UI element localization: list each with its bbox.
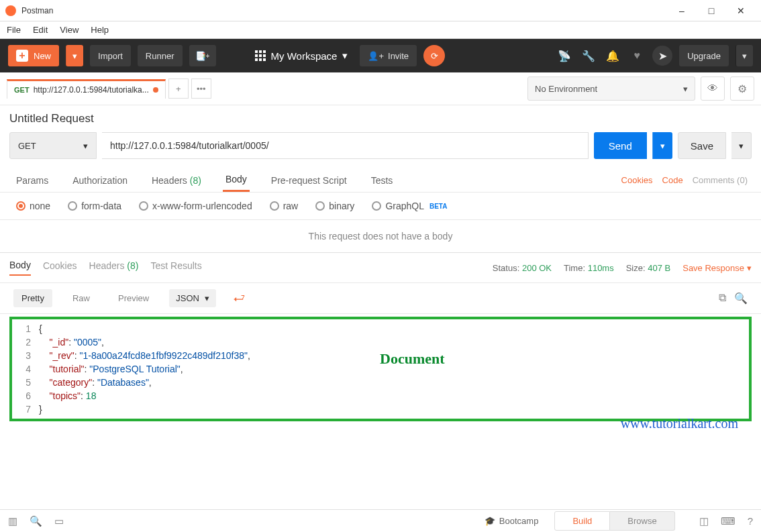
bell-icon[interactable]: 🔔 [604, 47, 621, 64]
save-response-button[interactable]: Save Response ▾ [682, 263, 752, 273]
new-dropdown[interactable]: ▾ [66, 45, 83, 66]
body-graphql-label: GraphQL [385, 201, 424, 211]
rocket-icon[interactable]: ➤ [652, 46, 672, 66]
console-icon[interactable]: ▭ [54, 515, 64, 527]
sidebar-toggle-icon[interactable]: ▥ [8, 515, 17, 527]
body-formdata-radio[interactable]: form-data [68, 201, 121, 211]
satellite-icon[interactable]: 📡 [556, 47, 573, 64]
tab-body[interactable]: Body [223, 168, 250, 192]
status-label: Status: 200 OK [493, 263, 552, 273]
resp-tab-headers[interactable]: Headers (8) [89, 260, 139, 275]
json-code[interactable]: 1{ 2 "_id": "0005", 3 "_rev": "1-8a00a24… [12, 319, 749, 419]
resp-tab-body[interactable]: Body [9, 260, 31, 276]
import-button[interactable]: Import [90, 45, 131, 66]
method-select[interactable]: GET▾ [9, 132, 97, 159]
annotation-document: Document [380, 350, 445, 368]
resp-tab-tests[interactable]: Test Results [150, 260, 201, 275]
view-raw[interactable]: Raw [64, 289, 98, 307]
menu-file[interactable]: File [7, 25, 21, 35]
person-plus-icon: 👤+ [368, 51, 384, 61]
browse-tab[interactable]: Browse [610, 511, 674, 531]
workspace-selector[interactable]: My Workspace ▾ [250, 50, 354, 62]
window-close-button[interactable]: ✕ [726, 1, 756, 21]
env-label: No Environment [535, 84, 597, 94]
sync-button[interactable]: ⟳ [423, 45, 445, 66]
chevron-down-icon: ▾ [83, 141, 88, 151]
tab-menu-button[interactable]: ••• [191, 78, 211, 99]
window-maximize-button[interactable]: □ [697, 1, 726, 21]
window-minimize-button[interactable]: – [667, 1, 697, 21]
tab-env-row: GET http://127.0.0.1:5984/tutorialka... … [0, 72, 761, 105]
body-raw-radio[interactable]: raw [270, 201, 299, 211]
tab-prerequest[interactable]: Pre-request Script [268, 170, 350, 191]
environment-preview-button[interactable]: 👁 [701, 76, 725, 101]
comments-link[interactable]: Comments (0) [693, 175, 748, 185]
menu-edit[interactable]: Edit [33, 25, 48, 35]
body-type-row: none form-data x-www-form-urlencoded raw… [0, 193, 761, 220]
footer-bar: ▥ 🔍 ▭ 🎓Bootcamp Build Browse ◫ ⌨ ? [0, 509, 761, 532]
wrap-lines-button[interactable]: ⮐ [228, 288, 251, 308]
request-name[interactable]: Untitled Request [0, 105, 761, 132]
upgrade-button[interactable]: Upgrade [679, 45, 729, 66]
two-pane-icon[interactable]: ◫ [699, 515, 709, 527]
environment-settings-button[interactable]: ⚙ [730, 76, 754, 101]
save-button[interactable]: Save [678, 132, 726, 159]
heart-icon[interactable]: ♥ [628, 47, 646, 64]
keyboard-icon[interactable]: ⌨ [721, 515, 735, 527]
save-dropdown[interactable]: ▾ [731, 132, 752, 159]
body-none-radio[interactable]: none [16, 201, 50, 211]
build-tab[interactable]: Build [554, 511, 610, 531]
view-preview[interactable]: Preview [110, 289, 157, 307]
response-body: 1{ 2 "_id": "0005", 3 "_rev": "1-8a00a24… [9, 317, 752, 421]
unsaved-dot-icon [153, 87, 158, 93]
resp-headers-count: (8) [127, 260, 138, 271]
resp-headers-label: Headers [89, 260, 125, 271]
bootcamp-link[interactable]: 🎓Bootcamp [485, 516, 539, 526]
body-urlencoded-radio[interactable]: x-www-form-urlencoded [139, 201, 252, 211]
grid-icon [255, 50, 266, 61]
runner-button[interactable]: Runner [138, 45, 183, 66]
response-tabs: Body Cookies Headers (8) Test Results St… [0, 253, 761, 283]
invite-label: Invite [388, 51, 409, 61]
main-toolbar: +New ▾ Import Runner 📑+ My Workspace ▾ 👤… [0, 39, 761, 72]
resp-tab-cookies[interactable]: Cookies [43, 260, 77, 275]
format-label: JSON [176, 293, 199, 303]
workspace-label: My Workspace [271, 50, 338, 62]
send-dropdown[interactable]: ▾ [652, 132, 672, 159]
find-icon[interactable]: 🔍 [30, 515, 42, 527]
method-value: GET [18, 141, 36, 151]
viewer-options: Pretty Raw Preview JSON▾ ⮐ ⧉ 🔍 [0, 283, 761, 314]
no-body-message: This request does not have a body [0, 220, 761, 253]
url-input[interactable] [102, 132, 589, 159]
menu-view[interactable]: View [60, 25, 79, 35]
cookies-link[interactable]: Cookies [621, 175, 653, 185]
format-select[interactable]: JSON▾ [169, 289, 216, 307]
view-pretty[interactable]: Pretty [13, 289, 52, 307]
code-link[interactable]: Code [662, 175, 683, 185]
chevron-down-icon: ▾ [683, 84, 688, 94]
tab-headers[interactable]: Headers (8) [149, 170, 204, 191]
chevron-down-icon: ▾ [747, 263, 752, 273]
help-icon[interactable]: ? [748, 515, 753, 527]
body-raw-label: raw [283, 201, 299, 211]
add-tab-button[interactable]: + [168, 78, 189, 99]
upgrade-dropdown[interactable]: ▾ [735, 45, 753, 66]
new-button[interactable]: +New [8, 45, 59, 66]
send-button[interactable]: Send [594, 132, 647, 159]
chevron-down-icon: ▾ [342, 50, 348, 62]
wrench-icon[interactable]: 🔧 [580, 47, 597, 64]
invite-button[interactable]: 👤+Invite [360, 45, 417, 66]
copy-icon[interactable]: ⧉ [719, 292, 726, 305]
body-graphql-radio[interactable]: GraphQLBETA [372, 201, 447, 211]
new-label: New [34, 51, 51, 61]
capture-button[interactable]: 📑+ [189, 45, 216, 66]
environment-select[interactable]: No Environment▾ [527, 76, 695, 101]
search-icon[interactable]: 🔍 [734, 292, 748, 305]
menu-help[interactable]: Help [91, 25, 109, 35]
tab-authorization[interactable]: Authorization [70, 170, 130, 191]
tab-params[interactable]: Params [13, 170, 51, 191]
sync-icon: ⟳ [431, 51, 438, 61]
tab-tests[interactable]: Tests [368, 170, 396, 191]
body-binary-radio[interactable]: binary [315, 201, 354, 211]
request-tab-active[interactable]: GET http://127.0.0.1:5984/tutorialka... [7, 79, 166, 99]
